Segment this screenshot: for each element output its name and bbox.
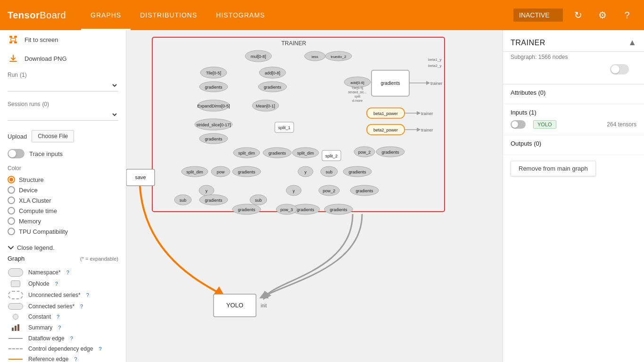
constant-help-link[interactable]: ? bbox=[57, 314, 59, 320]
svg-rect-5 bbox=[12, 328, 14, 331]
expandable-note: (* = expandable) bbox=[80, 256, 118, 262]
legend-constant: Constant ? bbox=[8, 312, 118, 322]
fit-to-screen-action[interactable]: Fit to screen bbox=[0, 30, 126, 49]
svg-text:pow_2: pow_2 bbox=[323, 189, 336, 193]
main-nav: GRAPHS DISTRIBUTIONS HISTOGRAMS bbox=[81, 0, 274, 30]
svg-rect-4 bbox=[11, 38, 16, 41]
unconnected-series-icon bbox=[8, 291, 24, 299]
svg-text:gradients: gradients bbox=[205, 137, 223, 141]
legend-reference-edge: Reference edge ? bbox=[8, 354, 118, 362]
radio-compute[interactable] bbox=[8, 207, 15, 214]
radio-memory[interactable] bbox=[8, 217, 15, 225]
upload-label: Upload bbox=[8, 133, 27, 140]
svg-text:y: y bbox=[305, 170, 307, 174]
opnode-help-link[interactable]: ? bbox=[55, 281, 58, 287]
svg-rect-7 bbox=[17, 324, 19, 331]
download-icon bbox=[8, 53, 19, 64]
run-select[interactable] bbox=[8, 79, 118, 91]
svg-text:Tile[0-5]: Tile[0-5] bbox=[206, 71, 221, 75]
run-label: Run bbox=[8, 72, 18, 78]
radio-inner bbox=[9, 178, 13, 181]
color-option-compute[interactable]: Compute time bbox=[8, 206, 118, 216]
choose-file-button[interactable]: Choose File bbox=[32, 130, 74, 142]
legend-control-dep-edge: Control dependency edge ? bbox=[8, 344, 118, 354]
color-section: Color Structure Device XLA Cluster Compu… bbox=[0, 161, 126, 240]
svg-text:beta2_power: beta2_power bbox=[373, 128, 398, 132]
outputs-section: Outputs (0) bbox=[503, 135, 644, 155]
svg-text:split_1: split_1 bbox=[278, 125, 290, 130]
download-png-label: Download PNG bbox=[25, 55, 67, 62]
color-option-tpu[interactable]: TPU Compatibility bbox=[8, 226, 118, 237]
control-dep-help-link[interactable]: ? bbox=[99, 346, 101, 352]
right-panel-header: TRAINER ▲ bbox=[503, 30, 644, 52]
svg-text:pow_2: pow_2 bbox=[358, 150, 371, 155]
inputs-title: Inputs (1) bbox=[511, 109, 636, 116]
legend-unconnected-series: Unconnected series* ? bbox=[8, 289, 118, 301]
constant-icon bbox=[8, 314, 24, 320]
dataflow-edge-help-link[interactable]: ? bbox=[70, 336, 73, 341]
radio-tpu[interactable] bbox=[8, 228, 15, 235]
tab-distributions[interactable]: DISTRIBUTIONS bbox=[131, 0, 206, 30]
radio-tpu-label: TPU Compatibility bbox=[19, 228, 68, 235]
svg-rect-6 bbox=[15, 326, 17, 331]
svg-text:beta1_y: beta1_y bbox=[428, 58, 441, 62]
color-option-xla[interactable]: XLA Cluster bbox=[8, 195, 118, 206]
svg-text:Mean[0-1]: Mean[0-1] bbox=[256, 104, 275, 108]
tab-histograms[interactable]: HISTOGRAMS bbox=[206, 0, 274, 30]
unconnected-series-help-link[interactable]: ? bbox=[86, 292, 89, 298]
control-dep-label: Control dependency edge bbox=[28, 346, 93, 352]
remove-from-main-graph-button[interactable]: Remove from main graph bbox=[511, 161, 596, 176]
color-option-structure[interactable]: Structure bbox=[8, 174, 118, 185]
refresh-icon: ↻ bbox=[574, 9, 582, 21]
input-toggle[interactable] bbox=[511, 120, 526, 129]
svg-text:mul[0-8]: mul[0-8] bbox=[251, 54, 266, 59]
input-count: 264 tensors bbox=[607, 121, 636, 128]
session-status-select[interactable]: INACTIVE bbox=[513, 8, 563, 22]
radio-xla[interactable] bbox=[8, 197, 15, 204]
refresh-button[interactable]: ↻ bbox=[569, 6, 587, 25]
svg-text:y: y bbox=[293, 189, 295, 193]
connected-series-icon bbox=[8, 303, 24, 310]
session-runs-select[interactable] bbox=[8, 108, 118, 121]
download-png-action[interactable]: Download PNG bbox=[0, 49, 126, 68]
sidebar: Fit to screen Download PNG Run (1) Sessi… bbox=[0, 30, 126, 362]
svg-rect-2 bbox=[9, 41, 12, 43]
radio-structure[interactable] bbox=[8, 176, 15, 183]
svg-text:strided_slc...: strided_slc... bbox=[348, 90, 366, 94]
settings-button[interactable]: ⚙ bbox=[593, 6, 612, 25]
panel-mini-toggle[interactable] bbox=[610, 64, 629, 74]
namespace-help-link[interactable]: ? bbox=[66, 270, 69, 275]
svg-text:gradients: gradients bbox=[330, 207, 347, 212]
attributes-section: Attributes (0) bbox=[503, 84, 644, 104]
close-legend-btn[interactable]: Close legend. bbox=[8, 244, 118, 251]
svg-text:less: less bbox=[312, 55, 318, 59]
radio-structure-label: Structure bbox=[19, 176, 44, 183]
fit-to-screen-icon bbox=[8, 34, 19, 45]
svg-rect-1 bbox=[14, 36, 17, 38]
svg-text:gradients: gradients bbox=[264, 85, 281, 90]
collapse-panel-button[interactable]: ▲ bbox=[628, 38, 636, 48]
input-row: YOLO 264 tensors bbox=[511, 119, 636, 130]
summary-help-link[interactable]: ? bbox=[58, 325, 61, 330]
svg-text:strided_slice[0-17]: strided_slice[0-17] bbox=[196, 123, 231, 127]
svg-text:trainer: trainer bbox=[421, 111, 433, 116]
svg-text:beta2_y: beta2_y bbox=[428, 64, 441, 68]
svg-text:gradients: gradients bbox=[268, 151, 286, 156]
color-option-device[interactable]: Device bbox=[8, 185, 118, 195]
trace-inputs-row: Trace inputs bbox=[0, 146, 126, 161]
dataflow-edge-icon bbox=[8, 338, 24, 339]
reference-edge-help-link[interactable]: ? bbox=[74, 356, 77, 362]
fit-to-screen-label: Fit to screen bbox=[25, 36, 58, 43]
right-panel: TRAINER ▲ Subgraph: 1566 nodes Attribute… bbox=[503, 30, 644, 362]
radio-device[interactable] bbox=[8, 186, 15, 194]
tab-graphs[interactable]: GRAPHS bbox=[81, 0, 131, 30]
trace-inputs-toggle[interactable] bbox=[8, 149, 25, 158]
help-button[interactable]: ? bbox=[618, 6, 636, 25]
connected-series-help-link[interactable]: ? bbox=[80, 304, 83, 309]
color-option-memory[interactable]: Memory bbox=[8, 216, 118, 226]
constant-label: Constant bbox=[28, 313, 51, 320]
svg-text:trainer: trainer bbox=[421, 128, 433, 132]
session-runs-label: Session runs bbox=[8, 101, 40, 107]
svg-text:sub: sub bbox=[255, 198, 262, 203]
trace-inputs-label: Trace inputs bbox=[29, 150, 63, 157]
